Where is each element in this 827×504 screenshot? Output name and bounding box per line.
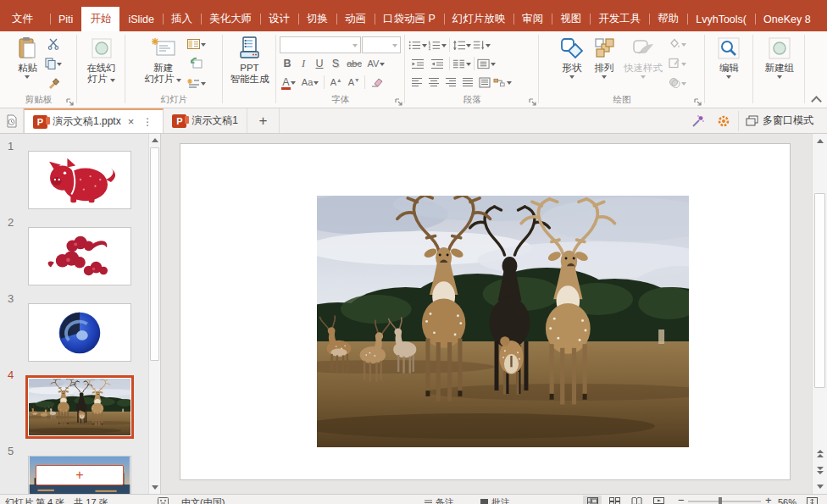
shapes-button[interactable]: 形状 [555, 33, 589, 93]
menu-tab-file[interactable]: 文件 [0, 7, 45, 31]
clear-formatting-button[interactable] [368, 74, 386, 91]
zoom-level-text[interactable]: 56% [778, 496, 796, 504]
decrease-indent-button[interactable] [408, 55, 427, 73]
arrange-button[interactable]: 排列 [589, 33, 619, 93]
add-slide-overlay-button[interactable]: + [36, 465, 124, 485]
quick-styles-button[interactable]: 快速样式 [619, 33, 667, 93]
copy-button[interactable] [44, 54, 63, 72]
slide-thumbnail-2[interactable] [28, 227, 131, 285]
menu-tab-home[interactable]: 开始 [81, 7, 119, 31]
menu-tab-piti[interactable]: Piti [50, 7, 81, 31]
previous-slide-button[interactable] [814, 446, 826, 460]
slide-canvas[interactable] [180, 143, 791, 480]
change-case-button[interactable]: Aa [299, 74, 321, 91]
align-right-button[interactable] [442, 74, 458, 91]
notes-button[interactable]: 备注 [424, 496, 454, 504]
new-document-tab-button[interactable]: + [247, 108, 280, 133]
reset-slide-button[interactable] [187, 54, 206, 72]
comments-button[interactable]: 批注 [480, 496, 510, 504]
multi-window-mode-button[interactable]: 多窗口模式 [738, 111, 820, 131]
menu-tab-design[interactable]: 设计 [260, 7, 298, 31]
smartart-convert-button[interactable] [493, 74, 512, 91]
text-shadow-button[interactable]: S [328, 55, 343, 73]
dialog-launcher-icon[interactable] [394, 97, 402, 106]
align-center-button[interactable] [425, 74, 441, 91]
zoom-in-button[interactable]: + [765, 495, 772, 504]
reading-view-button[interactable] [627, 496, 646, 504]
scrollbar-thumb[interactable] [814, 193, 825, 388]
shrink-font-button[interactable]: A▾ [345, 74, 362, 91]
recent-documents-icon[interactable] [0, 108, 24, 133]
menu-tab-onekey[interactable]: OneKey 8 [755, 7, 819, 31]
align-left-button[interactable] [408, 74, 425, 91]
justify-button[interactable] [459, 74, 475, 91]
dialog-launcher-icon[interactable] [694, 97, 702, 106]
slide-thumbnail-3[interactable] [28, 303, 131, 362]
menu-tab-lvyhtools[interactable]: LvyhTools( [687, 7, 755, 31]
menu-tab-transitions[interactable]: 切换 [298, 7, 336, 31]
align-text-button[interactable] [477, 55, 496, 73]
tab-menu-icon[interactable]: ⋮ [141, 116, 154, 128]
editor-scrollbar[interactable] [812, 134, 827, 494]
menu-tab-pocket-animation[interactable]: 口袋动画 P [375, 7, 444, 31]
strikethrough-button[interactable]: abc [344, 55, 364, 73]
zoom-slider-track[interactable] [688, 501, 761, 502]
normal-view-button[interactable] [583, 496, 602, 504]
menu-tab-slideshow[interactable]: 幻灯片放映 [444, 7, 514, 31]
line-spacing-button[interactable] [452, 36, 471, 54]
shape-outline-button[interactable] [669, 54, 687, 72]
next-slide-button[interactable] [814, 463, 826, 477]
scroll-down-arrow[interactable] [814, 480, 826, 493]
menu-tab-developer[interactable]: 开发工具 [590, 7, 649, 31]
menu-tab-beautify[interactable]: 美化大师 [201, 7, 260, 31]
thumbnail-scrollbar[interactable] [148, 134, 160, 494]
font-size-select[interactable] [362, 36, 401, 53]
distribute-button[interactable] [476, 74, 492, 91]
new-slide-button[interactable]: 新建 幻灯片 [141, 33, 186, 93]
slide-thumbnail-5[interactable]: + [28, 456, 131, 494]
slideshow-view-button[interactable] [649, 496, 668, 504]
columns-button[interactable] [452, 55, 471, 73]
new-group-button[interactable]: 新建组 [760, 33, 798, 108]
ppt-ai-generate-button[interactable]: PPT 智能生成 [225, 33, 273, 108]
language-button[interactable]: 中文(中国) [181, 496, 225, 504]
zoom-slider-knob[interactable] [719, 497, 722, 504]
numbering-button[interactable] [428, 36, 447, 54]
shape-fill-button[interactable] [669, 35, 687, 53]
underline-button[interactable]: U [312, 55, 327, 73]
doc-tab-1[interactable]: P 演示文稿1.pptx × ⋮ [24, 108, 164, 133]
increase-indent-button[interactable] [428, 55, 447, 73]
cut-button[interactable] [44, 35, 63, 53]
character-spacing-button[interactable]: AV [365, 55, 387, 73]
slide-image-deer-herd[interactable] [317, 196, 689, 447]
scroll-down-arrow[interactable] [150, 482, 160, 493]
collapse-ribbon-button[interactable] [813, 95, 820, 102]
dialog-launcher-icon[interactable] [66, 97, 75, 106]
font-color-button[interactable]: A [280, 74, 298, 91]
italic-button[interactable]: I [296, 55, 311, 73]
close-tab-icon[interactable]: × [126, 115, 136, 128]
slide-layout-button[interactable] [187, 35, 206, 53]
slide-thumbnail-1[interactable] [28, 151, 131, 209]
scroll-up-arrow[interactable] [814, 135, 826, 147]
slide-sorter-view-button[interactable] [605, 496, 624, 504]
grow-font-button[interactable]: A▴ [327, 74, 344, 91]
menu-tab-islide[interactable]: iSlide [119, 7, 163, 31]
scrollbar-thumb[interactable] [150, 147, 159, 361]
menu-tab-insert[interactable]: 插入 [163, 7, 201, 31]
menu-tab-review[interactable]: 审阅 [513, 7, 552, 31]
edit-button[interactable]: 编辑 [713, 33, 744, 108]
menu-tab-help[interactable]: 帮助 [649, 7, 687, 31]
text-direction-button[interactable] [472, 36, 491, 54]
bullets-button[interactable] [408, 36, 427, 54]
bold-button[interactable]: B [280, 55, 295, 73]
magic-wand-icon[interactable] [687, 111, 709, 131]
format-painter-button[interactable] [44, 74, 63, 91]
menu-tab-animations[interactable]: 动画 [336, 7, 375, 31]
paste-button[interactable]: 粘贴 [12, 33, 42, 93]
dialog-launcher-icon[interactable] [528, 97, 536, 106]
shape-effects-button[interactable] [669, 74, 687, 91]
slide-thumbnail-4-selected[interactable] [25, 375, 134, 439]
settings-gear-icon[interactable] [713, 111, 735, 131]
doc-tab-2[interactable]: P 演示文稿1 [164, 108, 247, 133]
